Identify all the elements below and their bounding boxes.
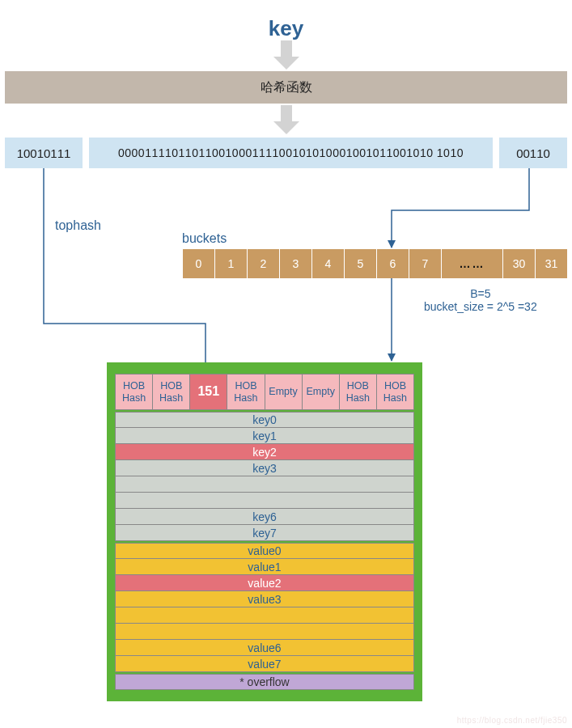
key-slot-7: key7 [115, 525, 414, 541]
bucket-cell-5: 5 [345, 249, 377, 278]
key-slot-5 [115, 493, 414, 509]
key-slot-6: key6 [115, 509, 414, 525]
tophash-cell-3: HOBHash [227, 375, 265, 410]
tophash-cell-7: HOBHash [377, 375, 414, 410]
value-slot-0: value0 [115, 543, 414, 559]
bits-mid: 0000111101101100100011110010101000100101… [89, 138, 493, 168]
key-slot-1: key1 [115, 428, 414, 444]
value-slot-6: value6 [115, 640, 414, 656]
tophash-cell-4: Empty [265, 375, 303, 410]
bucket-cell-6: 6 [377, 249, 409, 278]
value-slot-7: value7 [115, 656, 414, 672]
buckets-strip: 01234567……3031 [182, 249, 568, 278]
bucket-cell-30: 30 [503, 249, 536, 278]
tophash-cell-hot: 151 [190, 375, 227, 410]
key-slot-4 [115, 476, 414, 493]
key-slot-0: key0 [115, 412, 414, 428]
value-slot-4 [115, 607, 414, 624]
value-slot-3: value3 [115, 591, 414, 607]
bits-high: 10010111 [5, 138, 83, 168]
hash-bits-row: 10010111 0000111101101100100011110010101… [5, 138, 567, 168]
bucket-size-note: B=5 bucket_size = 2^5 =32 [424, 287, 537, 313]
value-slot-2: value2 [115, 575, 414, 591]
key-title: key [0, 16, 572, 41]
overflow-slot: * overflow [115, 674, 414, 690]
bucket-cell-7: 7 [409, 249, 442, 278]
b-line1: B=5 [424, 287, 537, 300]
bucket-cell-3: 3 [280, 249, 312, 278]
value-slot-1: value1 [115, 559, 414, 575]
tophash-cell-5: Empty [303, 375, 340, 410]
bucket-cell-0: 0 [183, 249, 215, 278]
bucket-detail: HOBHashHOBHash151HOBHashEmptyEmptyHOBHas… [107, 362, 422, 701]
watermark: https://blog.csdn.net/fjie350 [457, 716, 567, 725]
bits-low: 00110 [499, 138, 567, 168]
tophash-row: HOBHashHOBHash151HOBHashEmptyEmptyHOBHas… [115, 374, 414, 410]
tophash-cell-6: HOBHash [340, 375, 377, 410]
arrow-hashfn-to-bits [273, 105, 299, 134]
bucket-cell-31: 31 [536, 249, 568, 278]
bucket-cell-2: 2 [248, 249, 280, 278]
bucket-ellipsis: …… [442, 249, 503, 278]
value-slot-5 [115, 624, 414, 640]
bucket-cell-1: 1 [215, 249, 248, 278]
tophash-cell-0: HOBHash [116, 375, 153, 410]
key-slot-2: key2 [115, 444, 414, 460]
label-tophash: tophash [55, 218, 101, 233]
bucket-cell-4: 4 [312, 249, 345, 278]
arrow-key-to-hashfn [273, 40, 299, 70]
label-buckets: buckets [182, 231, 227, 246]
hash-function-box: 哈希函数 [5, 71, 567, 104]
b-line2: bucket_size = 2^5 =32 [424, 300, 537, 313]
tophash-cell-1: HOBHash [153, 375, 190, 410]
key-slot-3: key3 [115, 460, 414, 476]
